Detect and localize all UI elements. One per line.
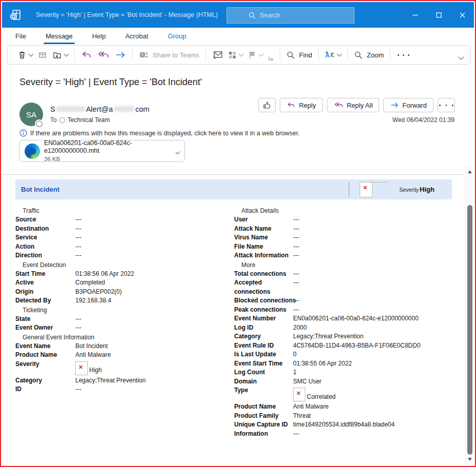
zoom-button[interactable]: Zoom	[354, 51, 384, 59]
search-input[interactable]: Search	[226, 7, 355, 24]
broken-image-icon: ✕	[360, 182, 372, 197]
menu-message[interactable]: Message	[45, 29, 74, 43]
scroll-up-icon[interactable]	[467, 170, 472, 174]
scrollbar-thumb[interactable]	[467, 205, 472, 455]
event-details-right-column: Attack DetailsUser---Attack Name---Virus…	[234, 206, 465, 438]
dialog-launcher-icon	[268, 55, 274, 61]
sender-email-part: com	[135, 105, 149, 113]
toolbar-divider	[132, 49, 133, 61]
more-commands-button[interactable]	[397, 54, 410, 56]
field-label: Active	[15, 278, 75, 288]
reply-label: Reply	[299, 101, 316, 109]
field-value: ---	[293, 251, 449, 260]
field-value: Legacy;Threat Prevention	[75, 376, 234, 385]
field-label: Event Name	[15, 342, 75, 351]
toolbar-divider	[74, 49, 75, 61]
vertical-scrollbar[interactable]	[465, 166, 474, 465]
forward-button[interactable]	[115, 50, 126, 60]
maximize-button[interactable]	[427, 2, 450, 28]
field-row: Blocked connections---	[234, 296, 449, 306]
redacted-text	[56, 106, 85, 112]
sender-email-part: S	[50, 105, 55, 113]
section-header: Traffic	[15, 206, 234, 215]
field-label: Action	[15, 242, 75, 252]
field-row: Event Start Time01:38:55 06 Apr 2022	[234, 359, 449, 369]
avatar-initials: SA	[26, 110, 36, 119]
move-to-folder-button[interactable]	[52, 50, 68, 59]
attachment-dropdown-icon[interactable]	[175, 150, 180, 154]
field-label: Attack Information	[234, 251, 293, 260]
reply-all-button[interactable]	[97, 50, 110, 60]
menu-help[interactable]: Help	[91, 29, 107, 43]
section-header: General Event Information	[15, 333, 234, 342]
delete-button[interactable]	[17, 50, 33, 59]
chevron-down-icon	[337, 52, 342, 57]
field-value: Threat	[293, 412, 449, 421]
field-value: 1	[293, 368, 449, 377]
field-value: SMC User	[293, 377, 449, 387]
reply-button[interactable]	[81, 50, 92, 60]
recipient-name[interactable]: Technical Team	[68, 116, 110, 124]
field-value: 0	[293, 350, 449, 359]
attachment-meta: EN0a006201-ca06-00a0-624c-e12000000000.m…	[44, 139, 171, 163]
follow-up-flag-button[interactable]	[248, 51, 263, 59]
field-label: Detected By	[15, 296, 75, 306]
trash-icon	[17, 50, 27, 59]
toolbar-divider	[390, 49, 390, 61]
display-problems-banner[interactable]: If there are problems with how this mess…	[19, 129, 300, 137]
field-row: CategoryLegacy;Threat Prevention	[234, 332, 449, 341]
more-actions-button[interactable]	[438, 98, 455, 112]
field-value: Legacy;Threat Prevention	[293, 332, 449, 341]
menu-acrobat[interactable]: Acrobat	[124, 29, 149, 43]
field-row: Start Time01:38:56 06 Apr 2022	[15, 270, 234, 279]
field-row: Event NumberEN0a006201-ca06-00a0-624c-e1…	[234, 314, 449, 323]
reply-all-button-header[interactable]: Reply All	[327, 98, 380, 112]
forward-icon	[390, 101, 399, 109]
find-button[interactable]: Find	[286, 51, 312, 59]
menu-file[interactable]: File	[14, 29, 27, 43]
zoom-magnifier-icon	[354, 51, 363, 59]
field-label: Product Family	[234, 412, 293, 421]
minimize-button[interactable]	[403, 2, 427, 28]
translate-button[interactable]	[325, 50, 341, 59]
field-row: Total connections---	[234, 270, 449, 279]
field-value: ---	[293, 225, 449, 234]
field-label: Log Count	[234, 368, 293, 377]
field-row: ID---	[15, 385, 234, 394]
to-label: To	[50, 116, 57, 124]
search-placeholder: Search	[260, 12, 280, 19]
close-button[interactable]	[450, 2, 474, 28]
quick-steps-button[interactable]	[228, 51, 243, 59]
forward-button-header[interactable]: Forward	[383, 98, 433, 112]
like-button[interactable]	[258, 98, 276, 112]
field-label: Category	[15, 376, 75, 385]
field-label: Peak connections	[234, 306, 293, 315]
window-controls	[403, 2, 474, 28]
field-row: Detected By192.168.38.4	[15, 296, 234, 306]
reply-button-header[interactable]: Reply	[280, 98, 322, 112]
field-label: ID	[15, 385, 75, 394]
section-header: Attack Details	[234, 206, 449, 215]
scroll-down-icon[interactable]	[467, 457, 472, 461]
field-value: ✕Correlated	[293, 386, 449, 402]
attachment-card[interactable]: EN0a006201-ca06-00a0-624c-e12000000000.m…	[19, 140, 185, 162]
toolbar-divider	[347, 49, 348, 61]
menu-group[interactable]: Group	[167, 29, 187, 43]
collapse-ribbon-button[interactable]	[458, 52, 463, 61]
mark-unread-button[interactable]	[212, 50, 223, 60]
field-value: ---	[293, 278, 449, 296]
archive-icon	[38, 50, 47, 59]
field-row: Is Last Update0	[234, 350, 449, 359]
archive-button[interactable]	[38, 50, 47, 59]
toolbar-divider	[318, 49, 319, 61]
sender-email[interactable]: SAlert@acom	[50, 105, 150, 113]
field-row: OriginB3POAEP002(0)	[15, 288, 234, 297]
dotted-divider	[348, 183, 349, 196]
share-to-teams-button[interactable]: T Share to Teams	[139, 50, 199, 59]
field-label: Product Name	[15, 351, 75, 360]
message-action-buttons: Reply Reply All Forward	[258, 98, 455, 112]
message-subject: Severity = 'High' | Event Type = 'Bot In…	[19, 77, 202, 88]
tags-dialog-launcher[interactable]	[268, 55, 274, 61]
field-value: ---	[293, 215, 449, 225]
field-value: ---	[75, 242, 234, 252]
